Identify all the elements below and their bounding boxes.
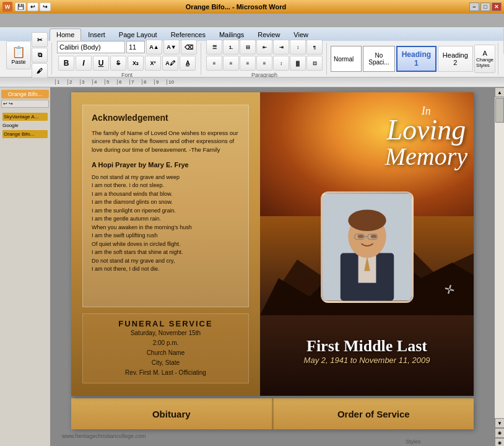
align-right-btn[interactable]: ≡: [240, 56, 256, 71]
prayer-line: I am not there, I did not die.: [92, 265, 240, 274]
bold-btn[interactable]: B: [58, 56, 74, 71]
person-svg: [323, 191, 412, 303]
align-center-btn[interactable]: ≡: [223, 56, 239, 71]
underline-btn[interactable]: U: [93, 56, 109, 71]
shading-btn[interactable]: ▓: [290, 56, 306, 71]
scroll-track[interactable]: [495, 97, 504, 418]
quick-redo-btn[interactable]: ↪: [40, 2, 51, 11]
tab-home[interactable]: Home: [50, 28, 81, 41]
font-family-input[interactable]: [57, 41, 125, 53]
prayer-text: Do not stand at my grave and weepI am no…: [92, 173, 240, 274]
format-painter-button[interactable]: 🖌: [32, 63, 48, 78]
grow-font-btn[interactable]: A▲: [146, 40, 162, 55]
clipboard-group: 📋 Paste ✂ ⧉ 🖌 Clipboard: [2, 43, 52, 75]
left-panel-inner: Acknowledgement The family of Name of Lo…: [82, 105, 249, 307]
style-no-spacing[interactable]: No Spaci...: [363, 46, 395, 72]
clear-format-btn[interactable]: ⌫: [181, 40, 197, 55]
right-scrollbar[interactable]: ▲ ▼ ◉ ◉: [494, 87, 504, 446]
cut-button[interactable]: ✂: [32, 32, 48, 47]
tab-view[interactable]: View: [287, 28, 315, 41]
deceased-name: First Middle Last: [260, 337, 474, 356]
linespacing-btn[interactable]: ↕: [273, 56, 289, 71]
quick-save-btn[interactable]: 💾: [15, 2, 26, 11]
orange-bifo-label: Orange Bifo...: [1, 90, 49, 98]
tab-references[interactable]: References: [164, 28, 212, 41]
left-panel: Acknowledgement The family of Name of Lo…: [71, 92, 260, 396]
strikethrough-btn[interactable]: S̶: [110, 56, 126, 71]
scroll-thumb[interactable]: [495, 98, 504, 123]
prayer-line: I am a thousand winds that blow.: [92, 190, 240, 199]
style-normal[interactable]: Normal: [331, 46, 362, 72]
service-details: Saturday, November 15th 2:00 p.m. Church…: [88, 328, 243, 378]
memory-text: Memory: [385, 142, 467, 171]
close-btn[interactable]: ✕: [492, 2, 502, 11]
font-size-input[interactable]: [126, 41, 145, 53]
svg-point-9: [370, 235, 376, 238]
pilcrow-btn[interactable]: ¶: [306, 40, 323, 55]
order-of-service-tab[interactable]: Order of Service: [274, 398, 474, 429]
styles-label: Styles: [406, 439, 421, 445]
outdent-btn[interactable]: ⇤: [256, 40, 272, 55]
left-pane: Orange Bifo... ↩ ↪ SkyVantage A... Googl…: [0, 87, 51, 446]
prayer-line: I am the sunlight on ripened grain.: [92, 207, 240, 216]
scroll-prev-page-btn[interactable]: ◉: [495, 428, 504, 438]
program-page: Acknowledgement The family of Name of Lo…: [71, 92, 474, 396]
minimize-btn[interactable]: −: [469, 2, 479, 11]
prayer-line: Of quiet white doves in circled flight.: [92, 240, 240, 249]
maximize-btn[interactable]: □: [480, 2, 490, 11]
justify-btn[interactable]: ≡: [256, 56, 272, 71]
obituary-tab[interactable]: Obituary: [71, 398, 274, 429]
editing-group: 🔍 Find Replace Select Editing: [500, 43, 504, 75]
indent-btn[interactable]: ⇥: [273, 40, 289, 55]
svg-point-8: [357, 235, 363, 238]
service-info: FUNERAL SERVICE Saturday, November 15th …: [82, 313, 249, 383]
tab-insert[interactable]: Insert: [81, 28, 112, 41]
numbering-btn[interactable]: 1.: [223, 40, 239, 55]
service-title: FUNERAL SERVICE: [88, 319, 243, 328]
prayer-line: Do not stand at my grave and cry,: [92, 257, 240, 266]
ribbon-content: 📋 Paste ✂ ⧉ 🖌 Clipboard A▲ A▼ ⌫: [0, 41, 504, 77]
watermark: www.heritagechristiancollege.com: [62, 433, 146, 439]
bullets-btn[interactable]: ☰: [206, 40, 222, 55]
multilevel-btn[interactable]: ⊟: [240, 40, 256, 55]
italic-btn[interactable]: I: [76, 56, 92, 71]
style-heading2[interactable]: Heading 2: [438, 46, 473, 72]
orange-bifo-nav[interactable]: Orange Bifo...: [2, 130, 48, 138]
acknowledgement-body: The family of Name of Loved One wishes t…: [92, 129, 240, 154]
tab-pagelayout[interactable]: Page Layout: [112, 28, 164, 41]
photo-frame: [321, 191, 414, 303]
align-left-btn[interactable]: ≡: [206, 56, 222, 71]
subscript-btn[interactable]: X₂: [128, 56, 144, 71]
shrink-font-btn[interactable]: A▼: [163, 40, 180, 55]
change-styles-btn[interactable]: A ChangeStyles: [474, 45, 496, 73]
loving-memory-section: In Loving Memory: [385, 105, 467, 171]
tab-mailings[interactable]: Mailings: [212, 28, 251, 41]
loving-text: Loving: [385, 118, 467, 142]
style-heading1[interactable]: Heading 1: [396, 46, 437, 72]
nav-item[interactable]: ↩ ↪: [1, 100, 49, 108]
doc-area: Acknowledgement The family of Name of Lo…: [51, 87, 494, 446]
border-btn[interactable]: ⊡: [306, 56, 323, 71]
tab-review[interactable]: Review: [251, 28, 287, 41]
acknowledgement-title: Acknowledgement: [92, 113, 240, 123]
skyvantage-item[interactable]: SkyVantage A...: [2, 113, 48, 121]
scroll-up-btn[interactable]: ▲: [495, 87, 504, 97]
paste-button[interactable]: 📋 Paste: [6, 41, 31, 69]
tabs-page: Obituary Order of Service: [71, 398, 474, 429]
superscript-btn[interactable]: X²: [145, 56, 161, 71]
prayer-line: I am the diamond glints on snow.: [92, 198, 240, 207]
scroll-down-btn[interactable]: ▼: [495, 418, 504, 428]
scroll-next-page-btn[interactable]: ◉: [495, 438, 504, 446]
text-highlight-btn[interactable]: A🖍: [162, 56, 178, 71]
copy-button[interactable]: ⧉: [32, 48, 48, 63]
font-color-btn[interactable]: A̲: [180, 56, 196, 71]
prayer-line: I am the swift uplifting rush: [92, 232, 240, 240]
paragraph-group: ☰ 1. ⊟ ⇤ ⇥ ↕ ¶ ≡ ≡ ≡ ≡ ↕ ▓ ⊡ Paragraph: [202, 43, 327, 75]
quick-undo-btn[interactable]: ↩: [27, 2, 38, 11]
prayer-line: I am the soft stars that shine at night.: [92, 248, 240, 257]
sort-btn[interactable]: ↕: [290, 40, 306, 55]
title-bar-text: Orange Bifo... - Microsoft Word: [2, 3, 469, 11]
deceased-dates: May 2, 1941 to November 11, 2009: [260, 356, 474, 365]
app-icon: W: [2, 2, 12, 12]
ruler: 1 2 3 4 5 6 7 8 9 10: [0, 77, 504, 87]
